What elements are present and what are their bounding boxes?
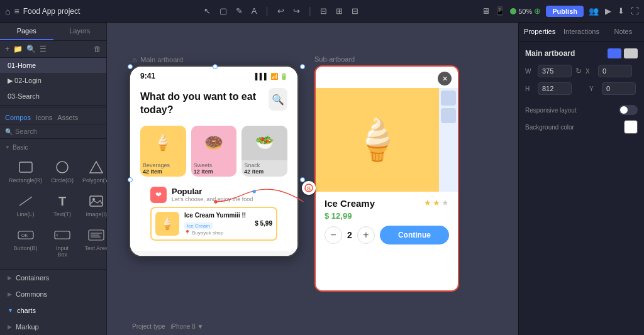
desktop-icon[interactable]: 🖥 [482,6,490,16]
tab-properties[interactable]: Properties [519,23,560,41]
continue-button[interactable]: Continue [380,226,449,244]
nav-commons[interactable]: ▶ Commons [0,286,106,302]
distribute-tool[interactable]: ⊞ [336,6,343,16]
topbar-left: ⌂ ≡ Food App project [5,6,80,16]
share-icon[interactable]: 👥 [589,6,599,16]
food-card-beverages[interactable]: 🍦 Beverages 42 Item [140,126,186,177]
svg-line-3 [19,197,32,206]
page-item-search[interactable]: 03-Search [0,89,106,104]
rotate-icon[interactable]: ↻ [575,67,582,75]
handle-ml[interactable] [128,177,133,182]
zoom-control[interactable]: 50% ⊕ [510,6,541,16]
nav-commons-label: Commons [16,290,47,298]
redo-icon[interactable]: ↪ [293,6,300,16]
sub-artboard-label: Sub-artboard [314,55,355,63]
handle-tr[interactable] [300,64,305,69]
qty-increase-button[interactable]: + [357,226,375,244]
play-icon[interactable]: ▶ [605,6,611,16]
text-tool-icon[interactable]: A [252,6,257,16]
tab-layers[interactable]: Layers [53,23,107,40]
shapes-grid-1: Rectangle(R) Circle(O) Polygon(Y) [5,153,101,263]
polygon-icon [87,158,105,176]
popular-item[interactable]: 🍦 Ice Cream Yummiii !! Ice Cream 📍 Buyay… [150,207,277,241]
handle-mr[interactable] [300,177,305,182]
nav-charts[interactable]: ▼ charts [0,302,106,319]
list-icon[interactable]: ☰ [40,45,47,53]
home-icon[interactable]: ⌂ [5,6,10,16]
shape-line[interactable]: Line(L) [6,190,45,220]
comp-tab-compos[interactable]: Compos [5,114,31,121]
delete-page-icon[interactable]: 🗑 [94,45,101,53]
shape-rectangle[interactable]: Rectangle(R) [6,156,45,186]
search-input[interactable] [15,128,101,135]
product-thumb-1[interactable] [441,91,456,106]
project-type-label: Project type [132,323,165,330]
align-tool[interactable]: ⊟ [320,6,327,16]
topbar: ⌂ ≡ Food App project ↖ ▢ ✎ A | ↩ ↪ | ⊟ ⊞… [0,0,644,23]
height-input[interactable] [538,82,572,95]
handle-tl[interactable] [128,64,133,69]
search-pages-icon[interactable]: 🔍 [26,45,36,53]
product-thumbnails [439,88,458,192]
product-thumb-2[interactable] [441,108,456,123]
right-properties: Main artboard W ↻ X H Y [519,42,644,145]
spacing-tool[interactable]: ⊟ [352,6,358,16]
product-stars: ★ ★ ★ [424,198,449,207]
page-item-home[interactable]: 01-Home [0,58,106,73]
circle-icon [53,158,71,176]
phone-status-bar: 9:41 ▌▌▌ 📶 🔋 [130,67,297,83]
qty-decrease-button[interactable]: − [325,226,342,244]
product-actions: − 2 + Continue [325,226,449,244]
menu-icon[interactable]: ≡ [14,6,19,16]
food-card-snack[interactable]: 🥗 Snack 42 Item [242,126,287,177]
shape-text[interactable]: T Text(T) [48,190,76,220]
close-button[interactable]: ✕ [438,72,452,85]
nav-containers[interactable]: ▶ Containers [0,270,106,286]
product-main-image: 🍦 [316,88,439,192]
move-tool[interactable]: ↖ [204,6,211,16]
search-button[interactable]: 🔍 [269,88,287,111]
nav-markup[interactable]: ▶ Markup [0,319,106,335]
publish-button[interactable]: Publish [546,6,584,17]
folder-icon[interactable]: 📁 [13,45,23,53]
beverages-info: Beverages 42 Item [140,160,186,177]
comp-tab-icons[interactable]: Icons [36,114,52,121]
fullscreen-icon[interactable]: ⛶ [631,6,639,16]
shape-input[interactable]: Input Box [48,224,76,260]
connector-trigger[interactable]: S [302,181,316,195]
bg-color-swatch[interactable] [624,120,638,134]
handle-tc[interactable] [213,64,218,69]
tab-interactions[interactable]: Interactions [560,23,602,41]
responsive-toggle[interactable] [619,105,638,115]
add-page-icon[interactable]: + [5,45,9,53]
popular-item-tag: Ice Cream [184,222,213,229]
containers-arrow: ▶ [8,275,12,281]
product-image-area: 🍦 [316,88,458,192]
width-input[interactable] [538,65,572,77]
popular-title-block: Popular Let's choose, and enjoy the food [172,187,253,202]
download-icon[interactable]: ⬇ [618,6,625,16]
phone-bottom-bar [130,251,297,256]
x-input[interactable] [598,65,632,77]
tab-pages[interactable]: Pages [0,23,53,40]
light-mode-toggle[interactable] [624,48,638,58]
svg-line-10 [57,235,58,236]
tab-notes[interactable]: Notes [602,23,644,41]
sub-artboard: ✕ 🍦 Ice Creamy ★ ★ ★ $ 12,99 [314,65,459,292]
phone-heading: What do you want to eat today? [140,91,269,117]
frame-tool[interactable]: ▢ [219,6,227,16]
sweets-img: 🍩 [191,126,237,160]
shape-circle[interactable]: Circle(O) [48,156,76,186]
page-item-login[interactable]: ▶ 02-Login [0,73,106,89]
dark-mode-toggle[interactable] [608,48,621,58]
pen-tool[interactable]: ✎ [236,6,243,16]
basic-label[interactable]: Basic [5,141,101,153]
comp-tab-assets[interactable]: Assets [57,114,78,121]
project-type[interactable]: Project type iPhone 8 ▼ [132,323,203,330]
shape-button[interactable]: OK Button(B) [6,224,45,260]
food-card-sweets[interactable]: 🍩 Sweets 12 Item [191,126,237,177]
wifi-icon: 📶 [270,73,278,80]
y-input[interactable] [602,82,636,95]
mobile-icon[interactable]: 📱 [495,6,505,16]
undo-icon[interactable]: ↩ [277,6,284,16]
